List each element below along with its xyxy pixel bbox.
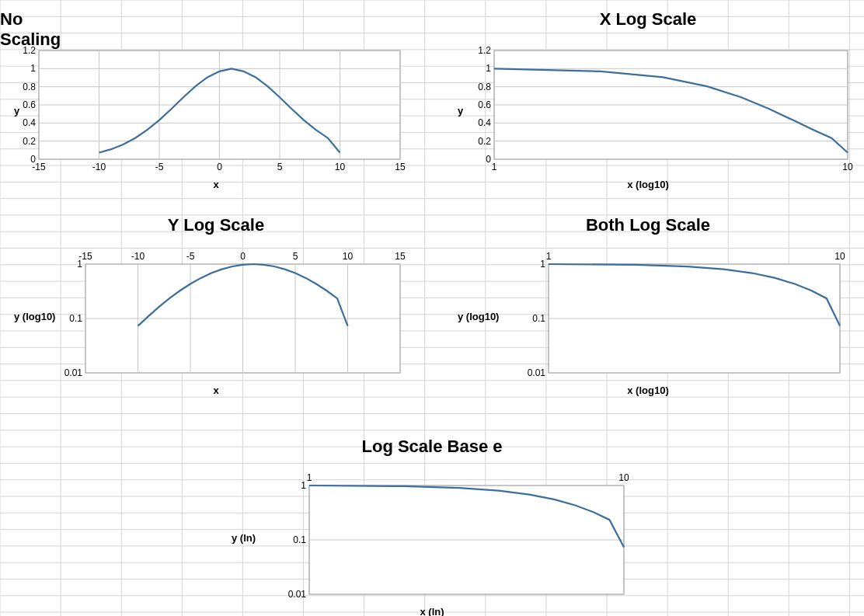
chart-canvas: 0.010.11-15-10-5051015 — [70, 249, 412, 381]
svg-text:0.1: 0.1 — [69, 313, 82, 324]
x-axis-label: x (ln) — [216, 606, 648, 616]
svg-text:0: 0 — [217, 162, 222, 172]
svg-text:0.1: 0.1 — [293, 534, 306, 545]
chart-y-log: Y Log Scale y (log10) x 0.010.11-15-10-5… — [0, 206, 432, 412]
svg-text:-10: -10 — [131, 251, 145, 262]
x-axis-label: x — [0, 179, 432, 190]
chart-log-base-e: Log Scale Base e y (ln) x (ln) 0.010.111… — [216, 427, 648, 616]
svg-text:0.2: 0.2 — [23, 136, 36, 147]
svg-text:10: 10 — [842, 162, 853, 172]
y-axis-label: y (ln) — [232, 532, 256, 544]
svg-text:10: 10 — [618, 472, 629, 483]
svg-text:0.4: 0.4 — [478, 117, 491, 128]
svg-text:0.2: 0.2 — [478, 136, 491, 147]
svg-text:-5: -5 — [186, 251, 195, 262]
chart-title: Y Log Scale — [0, 215, 432, 235]
chart-canvas: 00.20.40.60.811.2110 — [471, 43, 859, 175]
chart-title: X Log Scale — [432, 9, 864, 30]
chart-canvas: 0.010.11110 — [510, 249, 852, 381]
chart-canvas: 0.010.11110 — [294, 470, 636, 602]
svg-text:-15: -15 — [32, 162, 46, 172]
svg-text:0.01: 0.01 — [528, 367, 546, 378]
y-axis-label: y (log10) — [14, 311, 55, 322]
svg-text:0.8: 0.8 — [23, 82, 36, 92]
y-axis-label: y — [14, 105, 19, 117]
x-axis-label: x — [0, 385, 432, 396]
svg-text:0.01: 0.01 — [64, 367, 83, 378]
svg-text:15: 15 — [395, 162, 406, 172]
svg-text:10: 10 — [335, 162, 346, 172]
svg-text:0.1: 0.1 — [532, 313, 545, 324]
svg-text:-10: -10 — [92, 162, 106, 172]
svg-text:0.01: 0.01 — [288, 589, 307, 600]
svg-text:0: 0 — [240, 251, 246, 262]
svg-text:0.8: 0.8 — [478, 82, 491, 92]
svg-text:1.2: 1.2 — [23, 45, 36, 56]
chart-canvas: 00.20.40.60.811.2-15-10-5051015 — [23, 43, 412, 175]
svg-text:0.4: 0.4 — [23, 117, 36, 128]
svg-text:10: 10 — [343, 251, 354, 262]
chart-title: Log Scale Base e — [216, 437, 648, 457]
svg-text:0.6: 0.6 — [478, 99, 491, 110]
svg-text:1: 1 — [540, 259, 545, 270]
svg-text:-15: -15 — [78, 251, 92, 262]
x-axis-label: x (log10) — [432, 385, 864, 396]
y-axis-label: y (log10) — [458, 311, 499, 322]
svg-text:5: 5 — [293, 251, 298, 262]
chart-both-log: Both Log Scale y (log10) x (log10) 0.010… — [432, 206, 864, 412]
svg-text:1: 1 — [307, 472, 312, 483]
svg-text:10: 10 — [834, 251, 845, 262]
svg-text:15: 15 — [395, 251, 406, 262]
svg-text:1: 1 — [301, 480, 306, 491]
svg-text:1: 1 — [546, 251, 552, 262]
chart-title: Both Log Scale — [432, 215, 864, 235]
svg-text:-5: -5 — [155, 162, 164, 172]
y-axis-label: y — [458, 105, 463, 117]
svg-text:1.2: 1.2 — [478, 45, 491, 56]
svg-text:1: 1 — [486, 63, 491, 74]
x-axis-label: x (log10) — [432, 179, 864, 190]
svg-text:5: 5 — [277, 162, 283, 172]
svg-text:1: 1 — [492, 162, 497, 172]
svg-text:0: 0 — [486, 154, 491, 165]
svg-text:1: 1 — [30, 63, 36, 74]
svg-text:0.6: 0.6 — [23, 99, 36, 110]
chart-x-log: X Log Scale y x (log10) 00.20.40.60.811.… — [432, 0, 864, 206]
